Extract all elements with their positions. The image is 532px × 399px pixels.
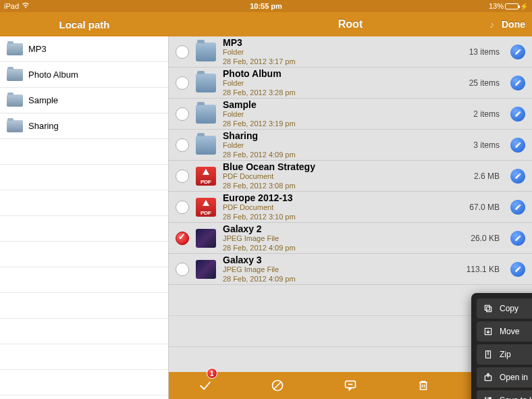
file-name: Sample [223,99,467,110]
file-meta: 26.0 KB [471,234,500,243]
svg-rect-1 [485,305,489,310]
file-meta: 2 items [473,109,500,119]
file-type: Folder [223,79,462,88]
folder-icon [196,74,216,92]
select-button[interactable]: 1 [192,372,219,399]
file-info: MP3Folder28 Feb, 2012 3:17 pm [223,37,462,65]
edit-button[interactable] [510,45,525,59]
file-row[interactable]: SampleFolder28 Feb, 2012 3:19 pm2 items [169,99,532,130]
wifi-icon [22,2,30,10]
popover-open-in[interactable]: Open in [477,367,532,388]
edit-button[interactable] [510,262,525,277]
file-meta: 113.1 KB [467,265,500,274]
folder-icon [7,95,23,107]
select-checkbox[interactable] [176,169,189,183]
folder-icon [7,120,23,132]
file-name: Galaxy 3 [223,255,460,265]
popover-label: Copy [500,304,518,313]
edit-button[interactable] [510,107,525,122]
folder-icon [196,136,216,155]
file-name: Photo Album [223,68,462,79]
file-info: SampleFolder28 Feb, 2012 3:19 pm [223,99,467,128]
popover-save-to-library[interactable]: Save to Library [477,390,532,399]
file-date: 28 Feb, 2012 3:10 pm [223,213,462,221]
image-thumbnail [196,229,216,248]
file-row[interactable]: Galaxy 3JPEG Image File28 Feb, 2012 4:09… [169,254,532,285]
file-info: Galaxy 3JPEG Image File28 Feb, 2012 4:09… [223,255,460,283]
file-name: Europe 2012-13 [223,192,462,203]
file-name: Blue Ocean Strategy [223,161,467,172]
sidebar-item-sharing[interactable]: Sharing [0,113,168,139]
file-info: SharingFolder28 Feb, 2012 4:09 pm [223,130,467,159]
folder-icon [196,105,216,124]
page-title: Root [338,18,363,30]
sidebar-item-mp3[interactable]: MP3 [0,36,168,62]
file-name: MP3 [223,37,462,48]
file-list: MP3Folder28 Feb, 2012 3:17 pm13 itemsPho… [169,36,532,285]
trash-button[interactable] [410,372,437,399]
edit-button[interactable] [510,231,525,246]
file-info: Photo AlbumFolder28 Feb, 2012 3:28 pm [223,68,462,97]
file-row[interactable]: PDFBlue Ocean StrategyPDF Document28 Feb… [169,161,532,192]
done-button[interactable]: Done [502,19,525,30]
pdf-icon: PDF [196,198,216,217]
file-type: PDF Document [223,172,467,181]
file-type: Folder [223,141,467,150]
file-type: PDF Document [223,203,462,212]
file-row[interactable]: PDFEurope 2012-13PDF Document28 Feb, 201… [169,192,532,223]
sidebar-title: Local path [0,12,169,36]
action-popover: CopyMoveZipOpen inSave to Library [471,293,532,399]
edit-button[interactable] [510,138,525,153]
device-label: iPad [4,2,19,10]
music-icon[interactable]: ♪ [489,19,494,30]
chat-button[interactable] [337,372,364,399]
sidebar-item-label: Photo Album [28,70,78,80]
header: Local path Root ♪ Done [0,12,532,36]
edit-button[interactable] [510,200,525,215]
file-meta: 3 items [473,140,500,150]
selection-badge: 1 [207,368,217,379]
file-date: 28 Feb, 2012 4:09 pm [223,244,464,252]
battery-text: 13% [489,2,504,10]
popover-label: Zip [500,350,511,359]
file-row[interactable]: MP3Folder28 Feb, 2012 3:17 pm13 items [169,36,532,68]
popover-copy[interactable]: Copy [477,298,532,319]
sidebar-item-label: MP3 [28,44,47,54]
cancel-button[interactable] [264,372,291,399]
file-date: 28 Feb, 2012 3:28 pm [223,88,462,97]
file-row[interactable]: Galaxy 2JPEG Image File28 Feb, 2012 4:09… [169,223,532,254]
file-info: Galaxy 2JPEG Image File28 Feb, 2012 4:09… [223,223,464,252]
select-checkbox[interactable] [176,201,189,214]
select-checkbox[interactable] [176,76,189,90]
sidebar-item-label: Sample [28,95,58,105]
file-row[interactable]: Photo AlbumFolder28 Feb, 2012 3:28 pm25 … [169,68,532,99]
sidebar-empty-lines [0,139,168,399]
file-date: 28 Feb, 2012 3:19 pm [223,119,467,128]
popover-zip[interactable]: Zip [477,344,532,365]
popover-move[interactable]: Move [477,321,532,342]
clock: 10:55 pm [250,2,282,10]
content-area: MP3Folder28 Feb, 2012 3:17 pm13 itemsPho… [169,36,532,399]
select-checkbox[interactable] [176,232,189,245]
select-checkbox[interactable] [176,45,189,59]
edit-button[interactable] [510,169,525,184]
file-type: JPEG Image File [223,234,464,243]
charging-icon: ⚡ [520,3,528,10]
openin-icon [483,373,493,382]
sidebar: MP3Photo AlbumSampleSharing [0,36,169,399]
edit-button[interactable] [510,76,525,90]
file-date: 28 Feb, 2012 3:17 pm [223,57,462,66]
file-meta: 67.0 MB [469,203,500,212]
popover-label: Move [500,327,519,336]
file-row[interactable]: SharingFolder28 Feb, 2012 4:09 pm3 items [169,130,532,161]
select-checkbox[interactable] [176,107,189,121]
zip-icon [483,350,493,359]
file-date: 28 Feb, 2012 4:09 pm [223,151,467,159]
select-checkbox[interactable] [176,263,189,276]
file-info: Europe 2012-13PDF Document28 Feb, 2012 3… [223,192,462,221]
sidebar-item-sample[interactable]: Sample [0,88,168,113]
sidebar-item-photo-album[interactable]: Photo Album [0,62,168,88]
select-checkbox[interactable] [176,138,189,152]
file-name: Galaxy 2 [223,223,464,234]
folder-icon [7,69,23,81]
